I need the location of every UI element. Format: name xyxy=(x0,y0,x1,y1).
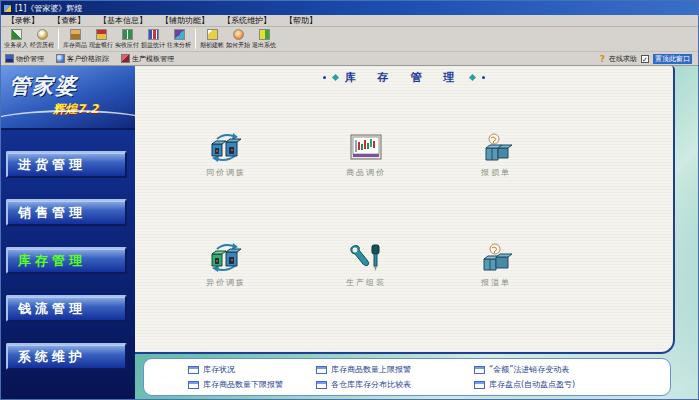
diamond-icon xyxy=(469,74,476,81)
business-entry-icon xyxy=(11,29,22,40)
inventory-panel: 库 存 管 理 xyxy=(135,66,675,354)
shortcut-goods-reprice[interactable]: 商品调价 xyxy=(324,132,408,178)
table-icon xyxy=(316,366,327,374)
diamond-icon xyxy=(332,74,339,81)
transactions-analysis-icon xyxy=(174,29,185,40)
toolbar-separator xyxy=(195,29,196,49)
page-title: 库 存 管 理 xyxy=(345,70,464,85)
stock-goods-icon xyxy=(70,29,81,40)
table-icon xyxy=(188,381,199,389)
table-icon xyxy=(188,366,199,374)
menu-bar: 【录帐】 【查帐】 【基本信息】 【辅助功能】 【系统维护】 【帮助】 xyxy=(1,15,698,27)
menu-item-help[interactable]: 【帮助】 xyxy=(285,15,317,26)
online-help-link[interactable]: 在线求助 xyxy=(609,54,637,64)
shortcut-production-assembly[interactable]: 生产组装 xyxy=(324,242,408,288)
dot-decoration xyxy=(323,76,326,79)
toolbar-receivable-payable-button[interactable]: 实收应付 xyxy=(114,28,140,48)
link-amount-method-change-table[interactable]: “金额”法进销存变动表 xyxy=(474,364,664,375)
sidebar: 管家婆 辉煌7.2 进货管理 销售管理 库存管理 钱流管理 系统维护 xyxy=(1,66,135,399)
menu-item-aux-functions[interactable]: 【辅助功能】 xyxy=(161,15,209,26)
receivable-payable-icon xyxy=(122,29,133,40)
goods-reprice-icon xyxy=(348,132,384,164)
link-inventory-status[interactable]: 库存状况 xyxy=(188,364,316,375)
pin-window-checkbox-label[interactable]: 置顶此窗口 xyxy=(653,54,692,64)
app-icon xyxy=(3,4,12,13)
shortcut-same-price-transfer[interactable]: 同价调拨 xyxy=(184,132,268,178)
title-bar: [1]《管家婆》辉煌 xyxy=(1,1,698,15)
secondary-toolbar: 物价管理 客户价格跟踪 生产模板管理 ? 在线求助 ✓ 置顶此窗口 xyxy=(1,52,698,66)
brand-logo: 管家婆 辉煌7.2 xyxy=(1,66,135,130)
quick-links-panel: 库存状况 库存商品数量上限报警 “金额”法进销存变动表 库存商品数量下限报警 各… xyxy=(143,358,671,396)
sidebar-item-sales[interactable]: 销售管理 xyxy=(6,199,127,226)
content-area: 管家婆 辉煌7.2 进货管理 销售管理 库存管理 钱流管理 系统维护 库 存 管… xyxy=(1,66,698,399)
shortcut-loss-report[interactable]: 报损单 xyxy=(454,132,538,178)
toolbar-separator xyxy=(58,29,59,49)
main-background: 库 存 管 理 xyxy=(135,66,698,399)
brand-version: 辉煌7.2 xyxy=(53,101,135,118)
profit-loss-icon xyxy=(148,29,159,40)
main-toolbar: 业务录入 经营历程 库存商品 现金银行 实收应付 损益统计 往来分析 xyxy=(1,27,698,52)
customer-price-tracking-button[interactable]: 客户价格跟踪 xyxy=(56,54,109,64)
toolbar-cash-bank-button[interactable]: 现金银行 xyxy=(88,28,114,48)
production-template-button[interactable]: 生产模板管理 xyxy=(121,54,174,64)
production-assembly-icon xyxy=(348,242,384,274)
menu-item-system-maintenance[interactable]: 【系统维护】 xyxy=(223,15,271,26)
price-management-button[interactable]: 物价管理 xyxy=(5,54,44,64)
toolbar-how-to-start-button[interactable]: 如何开始 xyxy=(225,28,251,48)
shortcut-diff-price-transfer[interactable]: 异价调拨 xyxy=(184,242,268,288)
toolbar-transactions-analysis-button[interactable]: 往来分析 xyxy=(166,28,192,48)
link-stock-count[interactable]: 库存盘点(自动盘点盈亏) xyxy=(474,379,664,390)
overflow-report-icon xyxy=(478,242,514,274)
exit-system-icon xyxy=(259,29,270,40)
app-window: [1]《管家婆》辉煌 【录帐】 【查帐】 【基本信息】 【辅助功能】 【系统维护… xyxy=(0,0,699,400)
sidebar-item-system-maintenance[interactable]: 系统维护 xyxy=(6,343,127,370)
toolbar-stock-goods-button[interactable]: 库存商品 xyxy=(62,28,88,48)
link-warehouse-distribution-table[interactable]: 各仓库库存分布比较表 xyxy=(316,379,474,390)
how-to-start-icon xyxy=(233,29,244,40)
toolbar-business-history-button[interactable]: 经营历程 xyxy=(29,28,55,48)
price-management-icon xyxy=(5,54,14,63)
toolbar-profit-loss-button[interactable]: 损益统计 xyxy=(140,28,166,48)
toolbar-initial-setup-button[interactable]: 期初建帐 xyxy=(199,28,225,48)
table-icon xyxy=(316,381,327,389)
toolbar-business-entry-button[interactable]: 业务录入 xyxy=(3,28,29,48)
table-icon xyxy=(474,381,485,389)
initial-setup-icon xyxy=(207,29,218,40)
link-stock-lower-limit-alarm[interactable]: 库存商品数量下限报警 xyxy=(188,379,316,390)
sidebar-item-cashflow[interactable]: 钱流管理 xyxy=(6,295,127,322)
toolbar-exit-system-button[interactable]: 退出系统 xyxy=(251,28,277,48)
loss-report-icon xyxy=(478,132,514,164)
production-template-icon xyxy=(121,54,130,63)
sidebar-item-inventory[interactable]: 库存管理 xyxy=(6,247,127,274)
pin-window-checkbox[interactable]: ✓ xyxy=(641,55,649,63)
cash-bank-icon xyxy=(96,29,107,40)
brand-name: 管家婆 xyxy=(9,72,135,100)
sidebar-item-purchase[interactable]: 进货管理 xyxy=(6,151,127,178)
menu-item-basic-info[interactable]: 【基本信息】 xyxy=(99,15,147,26)
window-title: [1]《管家婆》辉煌 xyxy=(15,3,82,14)
shortcut-overflow-report[interactable]: 报溢单 xyxy=(454,242,538,288)
customer-price-tracking-icon xyxy=(56,54,65,63)
same-price-transfer-icon xyxy=(208,132,244,164)
table-icon xyxy=(474,366,485,374)
link-stock-upper-limit-alarm[interactable]: 库存商品数量上限报警 xyxy=(316,364,474,375)
menu-item-record[interactable]: 【录帐】 xyxy=(7,15,39,26)
panel-header: 库 存 管 理 xyxy=(135,70,673,85)
question-mark-icon: ? xyxy=(600,54,605,64)
menu-item-query[interactable]: 【查帐】 xyxy=(53,15,85,26)
dot-decoration xyxy=(482,76,485,79)
diff-price-transfer-icon xyxy=(208,242,244,274)
business-history-icon xyxy=(37,29,48,40)
